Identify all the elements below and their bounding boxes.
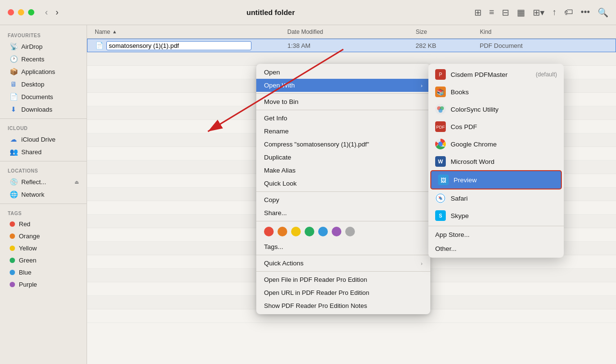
cm-tags[interactable]: Tags...	[256, 240, 430, 253]
group-icon[interactable]: ⊞▾	[533, 7, 544, 18]
sidebar-item-reflect[interactable]: 💿 Reflect... ⏏	[2, 175, 85, 188]
sm-skype[interactable]: S Skype	[428, 207, 564, 224]
cm-make-alias[interactable]: Make Alias	[256, 164, 430, 177]
network-icon: 🌐	[10, 190, 17, 198]
sidebar-item-label: Blue	[19, 269, 31, 276]
cm-get-info[interactable]: Get Info	[256, 112, 430, 125]
sidebar-item-airdrop[interactable]: 📡 AirDrop	[2, 40, 85, 53]
gallery-icon[interactable]: ▦	[517, 7, 525, 18]
sidebar-item-purple[interactable]: Purple	[2, 278, 85, 291]
sm-other[interactable]: Other...	[428, 242, 564, 256]
grid-icon[interactable]: ⊞	[474, 7, 482, 18]
table-row[interactable]: 📄 1:38 AM 282 KB PDF Document	[87, 39, 616, 52]
tag-icon[interactable]: 🏷	[564, 7, 573, 17]
file-size-cell: 282 KB	[416, 42, 480, 49]
sidebar-item-red[interactable]: Red	[2, 218, 85, 230]
svg-text:📚: 📚	[437, 88, 445, 96]
list-icon[interactable]: ≡	[489, 7, 495, 17]
sm-word[interactable]: W Microsoft Word	[428, 153, 564, 170]
file-area: Name ▲ Date Modified Size Kind 📄 1:38 AM…	[87, 25, 616, 364]
cm-compress[interactable]: Compress "somatosensory (1)(1).pdf"	[256, 138, 430, 151]
tag-orange-dot[interactable]	[278, 227, 287, 236]
orange-dot	[10, 233, 15, 239]
icloud-drive-icon: ☁	[10, 135, 17, 143]
cm-share[interactable]: Share...	[256, 206, 430, 219]
sidebar-item-network[interactable]: 🌐 Network	[2, 188, 85, 201]
svg-text:S: S	[439, 213, 442, 218]
maximize-button[interactable]	[28, 9, 34, 15]
tag-yellow-dot[interactable]	[291, 227, 301, 236]
col-modified-header[interactable]: Date Modified	[287, 29, 416, 35]
cm-open-file-pdf[interactable]: Open File in PDF Reader Pro Edition	[256, 273, 430, 286]
sidebar-item-yellow[interactable]: Yellow	[2, 242, 85, 254]
sm-cospdf[interactable]: PDF Cos PDF	[428, 118, 564, 135]
cm-rename[interactable]: Rename	[256, 125, 430, 138]
cm-duplicate[interactable]: Duplicate	[256, 151, 430, 164]
cm-copy[interactable]: Copy	[256, 193, 430, 206]
tag-purple-dot[interactable]	[332, 227, 341, 236]
sidebar-item-desktop[interactable]: 🖥 Desktop	[2, 78, 85, 90]
sm-colorsync[interactable]: ColorSync Utility	[428, 101, 564, 118]
cm-move-to-bin[interactable]: Move to Bin	[256, 95, 430, 108]
sidebar-item-label: Downloads	[21, 106, 52, 113]
cm-quick-look[interactable]: Quick Look	[256, 177, 430, 190]
share-icon[interactable]: ↑	[552, 7, 557, 17]
forward-arrow[interactable]: ›	[53, 6, 61, 18]
col-size-header[interactable]: Size	[416, 29, 480, 35]
sm-books[interactable]: 📚 Books	[428, 83, 564, 101]
cm-open[interactable]: Open	[256, 66, 430, 79]
file-name-input[interactable]	[106, 41, 251, 50]
sidebar-item-label: Documents	[21, 93, 53, 101]
chevron-right-icon: ›	[421, 83, 423, 88]
sidebar-item-shared[interactable]: 👥 Shared	[2, 146, 85, 158]
svg-text:P: P	[439, 72, 442, 77]
sm-app-store[interactable]: App Store...	[428, 228, 564, 242]
cm-open-url-pdf[interactable]: Open URL in PDF Reader Pro Edition	[256, 286, 430, 299]
sm-safari[interactable]: Safari	[428, 189, 564, 207]
tag-gray-dot[interactable]	[345, 227, 355, 236]
blue-dot	[10, 270, 15, 275]
tag-red-dot[interactable]	[264, 227, 274, 236]
cm-divider	[256, 221, 430, 221]
sm-preview[interactable]: 🖼 Preview	[430, 170, 562, 189]
sidebar-item-applications[interactable]: 📦 Applications	[2, 65, 85, 78]
cm-quick-actions[interactable]: Quick Actions ›	[256, 257, 430, 270]
file-modified-cell: 1:38 AM	[288, 42, 416, 49]
sidebar-divider-2	[0, 161, 87, 161]
sidebar-item-label: Recents	[21, 56, 44, 63]
search-icon[interactable]: 🔍	[598, 7, 608, 18]
tag-blue-dot[interactable]	[318, 227, 328, 236]
eject-icon[interactable]: ⏏	[74, 179, 79, 185]
more-icon[interactable]: •••	[581, 7, 590, 17]
sm-cisdem[interactable]: P Cisdem PDFMaster (default)	[428, 66, 564, 83]
tag-green-dot[interactable]	[305, 227, 314, 236]
column-icon[interactable]: ⊟	[502, 7, 509, 18]
col-kind-header[interactable]: Kind	[480, 29, 609, 35]
back-arrow[interactable]: ‹	[42, 6, 51, 18]
nav-arrows: ‹ ›	[42, 6, 61, 18]
cm-open-with[interactable]: Open With ›	[256, 79, 430, 92]
sidebar-item-documents[interactable]: 📄 Documents	[2, 90, 85, 103]
recents-icon: 🕐	[10, 55, 17, 63]
sidebar-item-recents[interactable]: 🕐 Recents	[2, 53, 85, 65]
sidebar-item-blue[interactable]: Blue	[2, 266, 85, 278]
sidebar-item-icloud-drive[interactable]: ☁ iCloud Drive	[2, 133, 85, 146]
col-name-header[interactable]: Name ▲	[95, 29, 287, 35]
chrome-icon	[435, 139, 446, 149]
main-area: Favourites 📡 AirDrop 🕐 Recents 📦 Applica…	[0, 25, 616, 364]
icloud-label: iCloud	[0, 122, 87, 133]
sidebar-item-green[interactable]: Green	[2, 254, 85, 266]
column-headers: Name ▲ Date Modified Size Kind	[87, 25, 616, 39]
documents-icon: 📄	[10, 93, 17, 101]
sm-chrome[interactable]: Google Chrome	[428, 135, 564, 153]
sidebar-item-downloads[interactable]: ⬇ Downloads	[2, 103, 85, 116]
cm-show-pdf[interactable]: Show PDF Reader Pro Edition Notes	[256, 299, 430, 312]
sidebar-item-label: Desktop	[21, 81, 44, 88]
window-title: untitled folder	[67, 8, 474, 16]
sidebar-item-orange[interactable]: Orange	[2, 230, 85, 242]
close-button[interactable]	[8, 9, 14, 15]
cospdf-icon: PDF	[435, 121, 446, 132]
cm-divider	[256, 191, 430, 192]
minimize-button[interactable]	[18, 9, 24, 15]
sidebar-item-label: Reflect...	[21, 178, 46, 186]
